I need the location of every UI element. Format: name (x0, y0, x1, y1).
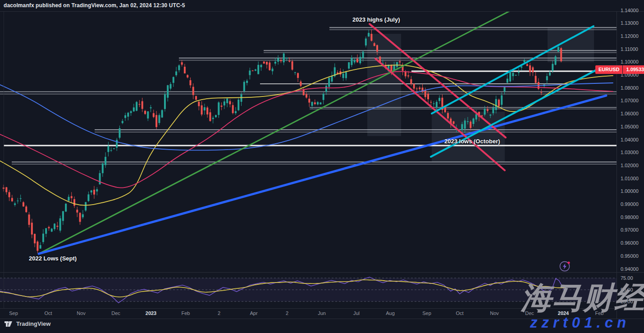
footer-bar: TradingView (5, 320, 50, 327)
candle (99, 173, 101, 184)
candle (472, 119, 474, 124)
candle (124, 115, 126, 118)
price-axis-label: 1.01000 (621, 176, 639, 181)
candle (93, 190, 95, 195)
candle (14, 203, 16, 205)
candle (37, 242, 38, 251)
candle (153, 113, 155, 117)
zone-1047 (95, 130, 617, 132)
candle (461, 124, 463, 130)
candle (51, 228, 53, 232)
price-axis-label: 1.10000 (621, 59, 639, 64)
candle (189, 80, 191, 85)
candle (286, 58, 288, 59)
candle (122, 121, 123, 123)
watermark-cjk: 海马财经 (521, 278, 644, 319)
spark-idea-icon[interactable] (558, 260, 572, 274)
candle (23, 202, 24, 206)
time-axis-label: Oct (456, 310, 463, 316)
candle (218, 102, 219, 115)
candle (68, 197, 69, 201)
watermark-url: zzrt01.cn (530, 314, 630, 331)
candle (48, 227, 50, 228)
candle (144, 111, 146, 114)
tradingview-snapshot: dacolmanfx published on TradingView.com,… (0, 0, 644, 333)
candle (107, 146, 109, 152)
candle (238, 100, 239, 110)
candle (17, 201, 18, 201)
price-axis-label: 0.95000 (621, 253, 639, 259)
candle (425, 90, 426, 97)
annotation-2023-highs: 2023 highs (July) (352, 16, 400, 23)
candle (351, 58, 352, 65)
candle (161, 110, 163, 117)
candle (396, 62, 398, 67)
candle (82, 214, 84, 217)
price-axis-label: 0.99000 (621, 201, 639, 207)
candle (359, 57, 361, 63)
price-axis-label: 1.03000 (621, 150, 639, 155)
candle (453, 121, 455, 124)
candle (410, 79, 412, 84)
time-axis-label: Sep (422, 310, 431, 316)
candle (20, 198, 22, 199)
candle (229, 101, 231, 105)
candle (529, 65, 531, 72)
res-1103 (179, 58, 617, 60)
candle (328, 78, 330, 87)
candle (535, 76, 537, 83)
candle (277, 58, 279, 62)
candle (489, 114, 491, 115)
candle (96, 189, 98, 192)
res-1109 (264, 50, 617, 53)
candle (9, 192, 10, 197)
candle (209, 112, 211, 121)
candle (246, 81, 248, 83)
candle (314, 102, 316, 104)
candle (221, 105, 223, 106)
candle (155, 115, 157, 127)
candle (76, 210, 78, 212)
candle (266, 62, 268, 64)
candle (215, 115, 217, 117)
candle (498, 100, 500, 106)
candle (374, 43, 375, 46)
candle (345, 72, 347, 78)
price-axis-label: 1.08000 (621, 85, 639, 91)
candle (195, 96, 197, 100)
tradingview-brand[interactable]: TradingView (16, 320, 50, 327)
candle (464, 120, 466, 128)
candle (438, 98, 440, 101)
candle (54, 224, 55, 229)
candle (136, 102, 137, 110)
candle (173, 77, 174, 83)
candle (311, 102, 313, 106)
candle (501, 96, 502, 105)
candle (274, 62, 276, 64)
candle (549, 73, 551, 75)
candle (487, 109, 489, 111)
candle (555, 56, 557, 64)
time-axis-label: Nov (490, 310, 499, 316)
candle (504, 87, 506, 91)
candle (11, 198, 13, 201)
july-decline-box (367, 34, 401, 136)
candle (343, 73, 344, 78)
candle (175, 71, 177, 75)
december-high-box (548, 28, 594, 62)
candle (85, 202, 87, 211)
candle (91, 191, 92, 192)
time-axis-label: Jun (318, 310, 326, 316)
candle (546, 76, 548, 80)
candle (292, 61, 293, 70)
last-price-label: EURUSD 1.09533 (595, 65, 644, 74)
candle (524, 60, 525, 62)
candle (294, 73, 296, 73)
candle (484, 109, 486, 115)
candle (297, 73, 299, 78)
tradingview-logo-icon[interactable] (5, 320, 13, 327)
candle (354, 60, 356, 62)
candle (433, 104, 435, 104)
candle (390, 65, 392, 71)
candle (306, 94, 307, 97)
